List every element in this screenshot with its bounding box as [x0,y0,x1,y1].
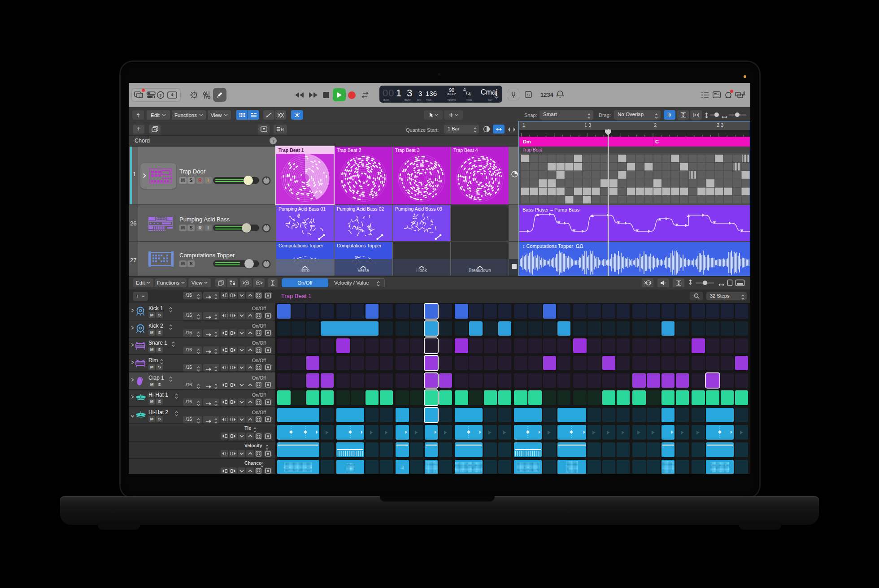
svg-text:S: S [527,93,530,97]
svg-text:♪: ♪ [139,95,140,98]
svg-text:R: R [281,127,284,132]
svg-text:R: R [648,281,650,285]
svg-text:?: ? [159,93,162,98]
